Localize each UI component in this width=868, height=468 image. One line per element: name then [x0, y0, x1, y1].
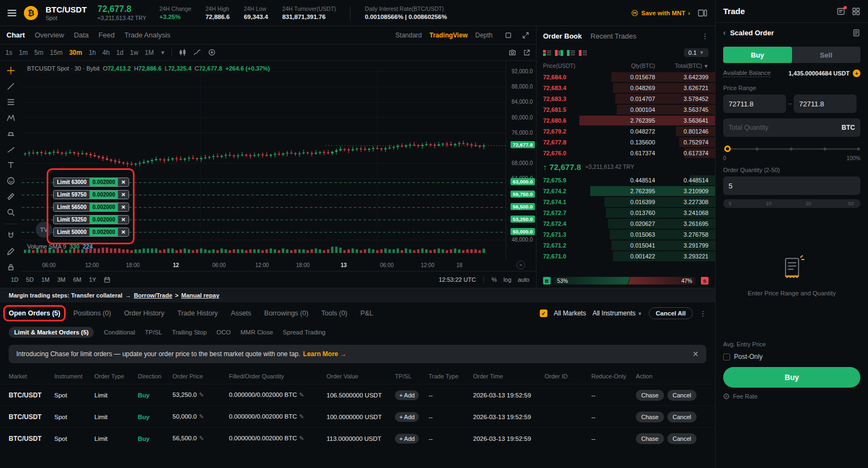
fullscreen-icon[interactable] — [522, 31, 529, 39]
timeframe-30m[interactable]: 30m — [69, 49, 82, 56]
camera-icon[interactable] — [508, 48, 516, 56]
chase-button[interactable]: Chase — [636, 412, 664, 422]
orderbook-row-ask[interactable]: 72,677.80.1356000.752974 — [537, 137, 715, 148]
timeframe-15m[interactable]: 15m — [50, 49, 62, 56]
orderbook-default-view-icon[interactable] — [543, 49, 551, 56]
total-quantity-input[interactable] — [729, 124, 841, 131]
limit-order-close-icon[interactable]: ✕ — [118, 228, 128, 236]
orders-tab-p-l[interactable]: P&L — [360, 309, 373, 317]
submit-buy-button[interactable]: Buy — [723, 367, 860, 388]
view-mode-tradingview[interactable]: TradingView — [430, 31, 468, 39]
brush-icon[interactable] — [7, 145, 15, 154]
limit-order-close-icon[interactable]: ✕ — [118, 191, 128, 199]
price-axis[interactable]: 92,000.088,000.084,000.080,000.076,000.0… — [506, 61, 536, 260]
long-position-icon[interactable] — [7, 129, 15, 138]
order-doc-icon[interactable] — [852, 29, 860, 37]
cancel-button[interactable]: Cancel — [667, 412, 697, 422]
edit-quantity-icon[interactable]: ✎ — [299, 435, 304, 441]
price-range-low-input[interactable] — [723, 94, 786, 113]
orders-subtab-conditional[interactable]: Conditional — [104, 329, 135, 336]
post-only-option[interactable]: Post-Only — [723, 353, 860, 361]
tab-overview[interactable]: Overview — [35, 31, 64, 39]
orders-subtab-mmr-close[interactable]: MMR Close — [240, 329, 273, 336]
orders-subtab-spread-trading[interactable]: Spread Trading — [283, 329, 326, 336]
orders-tab-tools-0-[interactable]: Tools (0) — [321, 309, 347, 317]
candle-type-icon[interactable] — [178, 48, 187, 56]
manual-repay-link[interactable]: Manual repay — [181, 292, 219, 299]
lock-icon[interactable] — [7, 263, 15, 271]
popout-icon[interactable] — [523, 49, 531, 56]
tab-recent-trades[interactable]: Recent Trades — [591, 32, 637, 40]
orderbook-menu-icon[interactable]: ⋮ — [701, 32, 709, 40]
layout-grid-icon[interactable] — [852, 7, 860, 16]
chart-canvas[interactable]: BTCUSDT Spot · 30 · BybitO72,413.2H72,88… — [22, 61, 536, 260]
orders-menu-icon[interactable]: ⋮ — [699, 309, 706, 318]
view-mode-standard[interactable]: Standard — [395, 31, 422, 39]
fee-rate-row[interactable]: Fee Rate — [723, 393, 860, 400]
edit-price-icon[interactable]: ✎ — [199, 413, 204, 420]
all-instruments-select[interactable]: All Instruments ▼ — [592, 309, 642, 317]
add-tpsl-button[interactable]: + Add — [395, 412, 419, 422]
limit-order-close-icon[interactable]: ✕ — [118, 178, 128, 186]
orders-panel-icon[interactable] — [837, 7, 845, 16]
timeframe-1h[interactable]: 1h — [88, 49, 95, 56]
all-markets-checkbox[interactable]: ✓ — [540, 309, 547, 317]
cancel-all-button[interactable]: Cancel All — [649, 307, 693, 319]
timeframe-4h[interactable]: 4h — [103, 49, 110, 56]
limit-order-close-icon[interactable]: ✕ — [118, 216, 128, 224]
orders-tab-borrowings-0-[interactable]: Borrowings (0) — [264, 309, 308, 317]
sell-tab[interactable]: Sell — [792, 47, 861, 63]
tab-data[interactable]: Data — [74, 31, 88, 39]
range-1y[interactable]: 1Y — [89, 276, 96, 283]
time-axis[interactable]: » 06:0012:0018:001206:0012:0018:001306:0… — [22, 260, 536, 271]
layout-panels-icon[interactable] — [698, 9, 707, 17]
edit-price-icon[interactable]: ✎ — [199, 435, 204, 441]
orders-tab-open-orders-5-[interactable]: Open Orders (5) — [9, 309, 60, 317]
detach-chart-icon[interactable] — [505, 31, 512, 39]
view-mode-depth[interactable]: Depth — [475, 31, 493, 39]
order-quantity-input[interactable] — [723, 176, 860, 195]
orderbook-row-ask[interactable]: 72,683.30.0147073.578452 — [537, 93, 715, 104]
orderbook-row-bid[interactable]: 72,672.70.0137603.241068 — [537, 207, 715, 218]
crosshair-icon[interactable] — [7, 66, 15, 75]
draw-pencil-icon[interactable] — [7, 247, 15, 256]
limit-order-close-icon[interactable]: ✕ — [118, 203, 128, 211]
tab-order-book[interactable]: Order Book — [543, 32, 582, 40]
text-icon[interactable] — [7, 161, 15, 169]
orderbook-row-bid[interactable]: 72,674.10.0163993.227308 — [537, 197, 715, 207]
borrow-trade-link[interactable]: Borrow/Trade — [134, 292, 173, 299]
orderbook-mid[interactable]: ↑ 72,677.8 ≈3,211,613.42 TRY — [537, 159, 715, 175]
timeframe-1m[interactable]: 1m — [19, 49, 28, 56]
slider-handle[interactable] — [724, 146, 731, 152]
cancel-button[interactable]: Cancel — [667, 390, 697, 401]
range-1d[interactable]: 1D — [11, 276, 18, 283]
tab-chart[interactable]: Chart — [7, 31, 25, 39]
zoom-icon[interactable] — [7, 208, 15, 217]
edit-price-icon[interactable]: ✎ — [199, 391, 204, 398]
tradingview-logo[interactable]: TV — [36, 222, 52, 238]
utc-clock[interactable]: 12:53:22 UTC — [439, 276, 476, 283]
indicators-icon[interactable] — [193, 48, 201, 56]
trendline-icon[interactable] — [7, 82, 15, 91]
range-6m[interactable]: 6M — [73, 276, 81, 283]
orderbook-row-ask[interactable]: 72,681.50.0001043.563745 — [537, 104, 715, 115]
col-total[interactable]: Total(BTC) ▼ — [655, 62, 709, 69]
quantity-slider[interactable] — [724, 146, 859, 152]
back-chevron-icon[interactable]: ‹ — [723, 28, 726, 37]
magnet-icon[interactable] — [7, 231, 15, 240]
orders-tab-order-history[interactable]: Order History — [124, 309, 164, 317]
tab-feed[interactable]: Feed — [99, 31, 115, 39]
orders-tab-assets[interactable]: Assets — [231, 309, 252, 317]
timeframe-1d[interactable]: 1d — [116, 49, 123, 56]
scroll-to-latest-icon[interactable]: » — [516, 261, 525, 269]
scale-pct[interactable]: % — [492, 276, 497, 283]
range-3m[interactable]: 3M — [57, 276, 65, 283]
orderbook-row-ask[interactable]: 72,683.40.0482693.626721 — [537, 83, 715, 93]
orderbook-row-ask[interactable]: 72,676.00.6173740.617374 — [537, 148, 715, 159]
orders-subtab-oco[interactable]: OCO — [216, 329, 231, 336]
edit-quantity-icon[interactable]: ✎ — [299, 391, 304, 398]
close-icon[interactable]: ✕ — [692, 350, 699, 358]
orders-tab-trade-history[interactable]: Trade History — [177, 309, 218, 317]
add-tpsl-button[interactable]: + Add — [395, 434, 419, 444]
scale-log[interactable]: log — [503, 276, 512, 283]
